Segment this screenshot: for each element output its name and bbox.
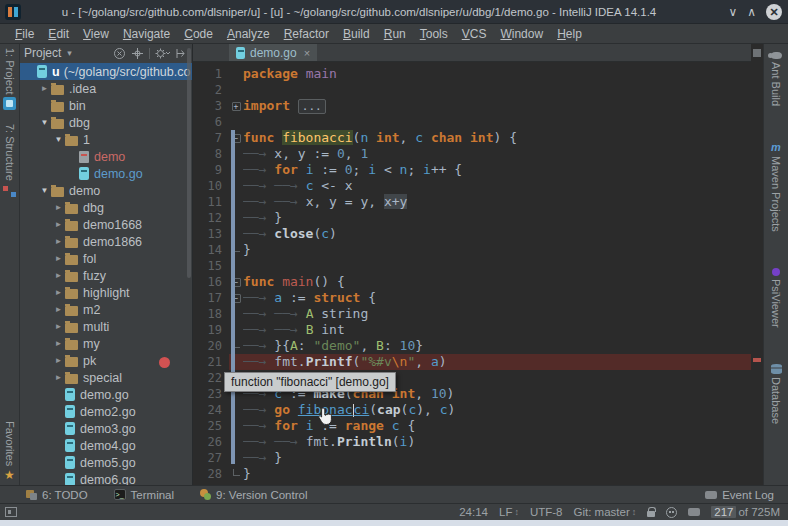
tree-item-fuzy[interactable]: ►fuzy [20,267,192,284]
tree-right-arrow-icon[interactable]: ► [38,84,51,93]
menu-tools[interactable]: Tools [413,25,455,43]
tree-down-arrow-icon[interactable]: ▼ [52,135,65,144]
line-number[interactable]: 16 [193,275,229,289]
line-number[interactable]: 14 [193,243,229,257]
encoding-widget[interactable]: UTF-8 [530,506,563,518]
collapse-all-icon[interactable] [113,47,126,60]
project-panel-title[interactable]: Project [24,46,61,60]
line-number[interactable]: 1 [193,67,229,81]
tree-item-demo1866[interactable]: ►demo1866 [20,233,192,250]
line-number[interactable]: 26 [193,435,229,449]
tree-item-demo[interactable]: ▼demo [20,182,192,199]
tree-item-demo2.go[interactable]: demo2.go [20,403,192,420]
line-number[interactable]: 12 [193,211,229,225]
toolwindow-project-button[interactable]: 1: Project [3,48,16,110]
code-line-6[interactable]: 6 [193,114,763,130]
tree-down-arrow-icon[interactable]: ▼ [38,186,51,195]
memory-indicator[interactable]: 217 of 725M [711,506,780,518]
fibonacci-link[interactable]: ci [354,402,370,417]
tree-right-arrow-icon[interactable]: ► [52,220,65,229]
code-line-14[interactable]: 14} [193,242,763,258]
menu-vcs[interactable]: VCS [455,25,494,43]
tree-item-bin[interactable]: bin [20,97,192,114]
toolwindow-structure-button[interactable]: 7: Structure [3,124,16,197]
line-number[interactable]: 21 [193,355,229,369]
inspection-status-icon[interactable] [753,49,761,57]
tree-item-demo5.go[interactable]: demo5.go [20,454,192,471]
code-line-18[interactable]: 18──→ ──→ A string [193,306,763,322]
tree-item-my[interactable]: ►my [20,335,192,352]
line-number[interactable]: 11 [193,195,229,209]
code-line-7[interactable]: 7−func fibonacci(n int, c chan int) { [193,130,763,146]
menu-run[interactable]: Run [377,25,413,43]
tree-right-arrow-icon[interactable]: ► [52,356,65,365]
menu-help[interactable]: Help [550,25,589,43]
code-line-2[interactable]: 2 [193,82,763,98]
tree-item-special[interactable]: ►special [20,369,192,386]
gear-icon[interactable] [155,47,170,60]
tree-item-multi[interactable]: ►multi [20,318,192,335]
tree-right-arrow-icon[interactable]: ► [52,271,65,280]
tree-item-1[interactable]: ▼1 [20,131,192,148]
menu-analyze[interactable]: Analyze [220,25,277,43]
line-number[interactable]: 28 [193,467,229,481]
menu-file[interactable]: File [8,25,41,43]
tree-item-fol[interactable]: ►fol [20,250,192,267]
line-number[interactable]: 19 [193,323,229,337]
code-line-25[interactable]: 25──→ for i := range c { [193,418,763,434]
tree-item-demo.go[interactable]: demo.go [20,386,192,403]
code-line-1[interactable]: 1package main [193,66,763,82]
tree-scrollbar[interactable] [187,48,191,278]
code-line-16[interactable]: 16−func main() { [193,274,763,290]
tree-item-dbg[interactable]: ►dbg [20,199,192,216]
menu-edit[interactable]: Edit [41,25,76,43]
code-line-13[interactable]: 13──→ close(c) [193,226,763,242]
line-number[interactable]: 6 [193,115,229,129]
code-line-12[interactable]: 12──→ } [193,210,763,226]
code-line-17[interactable]: 17−──→ a := struct { [193,290,763,306]
tree-item-demo[interactable]: demo [20,148,192,165]
close-button[interactable]: ✕ [766,4,782,20]
close-tab-icon[interactable]: × [304,47,310,59]
toolwindow-switcher-icon[interactable] [5,507,17,517]
git-branch-widget[interactable]: Git: master ↕ [574,506,637,518]
tree-right-arrow-icon[interactable]: ► [52,237,65,246]
tree-item-demo.go[interactable]: demo.go [20,165,192,182]
event-log-button[interactable]: Event Log [705,489,774,501]
tree-right-arrow-icon[interactable]: ► [52,203,65,212]
lock-icon[interactable] [647,511,655,517]
line-number[interactable]: 15 [193,259,229,273]
fold-marker[interactable]: + [229,98,243,114]
code-line-24[interactable]: 24──→ go fibonacci(cap(c), c) [193,402,763,418]
line-number[interactable]: 25 [193,419,229,433]
minimize-button[interactable]: ∨ [728,6,737,18]
notification-icon[interactable] [688,508,700,516]
tree-right-arrow-icon[interactable]: ► [52,254,65,263]
tree-right-arrow-icon[interactable]: ► [52,288,65,297]
code-line-26[interactable]: 26──→ ──→ fmt.Println(i) [193,434,763,450]
chevron-down-icon[interactable]: ▾ [67,48,72,58]
code-line-28[interactable]: 28} [193,466,763,482]
menu-code[interactable]: Code [177,25,220,43]
code-line-9[interactable]: 9──→ for i := 0; i < n; i++ { [193,162,763,178]
line-number[interactable]: 27 [193,451,229,465]
hector-inspector-icon[interactable] [666,507,677,518]
code-line-21[interactable]: 21──→ fmt.Printf("%#v\n", a) [193,354,763,370]
tree-right-arrow-icon[interactable]: ► [52,322,65,331]
toolwindow-database-button[interactable]: Database [770,364,782,424]
toolwindow-favorites-button[interactable]: Favorites ★ [4,421,16,481]
locate-icon[interactable] [131,47,144,60]
line-number[interactable]: 7 [193,131,229,145]
code-line-15[interactable]: 15 [193,258,763,274]
menu-navigate[interactable]: Navigate [116,25,177,43]
line-number[interactable]: 17 [193,291,229,305]
line-separator-widget[interactable]: LF ↕ [499,506,519,518]
fold-marker[interactable] [229,466,243,482]
tree-item-highlight[interactable]: ►highlight [20,284,192,301]
tree-right-arrow-icon[interactable]: ► [52,305,65,314]
tree-item-demo6.go[interactable]: demo6.go [20,471,192,485]
code-line-19[interactable]: 19──→ ──→ B int [193,322,763,338]
menu-view[interactable]: View [76,25,116,43]
tree-right-arrow-icon[interactable]: ► [52,373,65,382]
toolwindow-todo-button[interactable]: 6: TODO [26,489,88,501]
